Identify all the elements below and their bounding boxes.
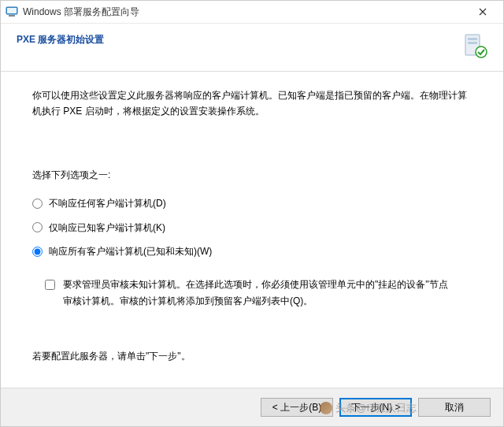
radio-all-clients[interactable] — [32, 247, 43, 257]
option-known-only[interactable]: 仅响应已知客户端计算机(K) — [32, 220, 472, 236]
admin-approval-row: 要求管理员审核未知计算机。在选择此选项时，你必须使用该管理单元中的"挂起的设备"… — [45, 277, 472, 309]
page-heading: PXE 服务器初始设置 — [17, 32, 459, 46]
app-icon — [6, 6, 18, 18]
titlebar: Windows 部署服务配置向导 — [1, 1, 503, 24]
admin-approval-checkbox[interactable] — [45, 280, 55, 290]
close-button[interactable] — [467, 1, 498, 23]
svg-point-6 — [476, 46, 487, 58]
option-no-response[interactable]: 不响应任何客户端计算机(D) — [32, 195, 472, 211]
svg-rect-5 — [468, 42, 477, 44]
cancel-button[interactable]: 取消 — [418, 398, 491, 417]
svg-rect-4 — [468, 38, 477, 40]
admin-approval-label: 要求管理员审核未知计算机。在选择此选项时，你必须使用该管理单元中的"挂起的设备"… — [63, 277, 457, 309]
radio-known-only[interactable] — [32, 222, 43, 232]
svg-rect-2 — [9, 15, 15, 17]
radio-no-response[interactable] — [32, 199, 43, 209]
option-all-clients[interactable]: 响应所有客户端计算机(已知和未知)(W) — [32, 243, 472, 259]
wizard-header: PXE 服务器初始设置 — [1, 24, 503, 72]
intro-text: 你可以使用这些设置定义此服务器将响应的客户端计算机。已知客户端是指已预留的客户端… — [32, 87, 472, 120]
wizard-footer: < 上一步(B) 下一步(N) > 取消 头条@IT狂人日志 — [1, 388, 503, 426]
server-icon — [459, 32, 487, 60]
next-button[interactable]: 下一步(N) > — [339, 398, 412, 417]
options-prompt: 选择下列选项之一: — [32, 167, 472, 183]
option-label: 仅响应已知客户端计算机(K) — [49, 220, 165, 236]
option-label: 不响应任何客户端计算机(D) — [49, 195, 166, 211]
svg-rect-1 — [7, 8, 17, 13]
window-title: Windows 部署服务配置向导 — [23, 6, 467, 19]
back-button[interactable]: < 上一步(B) — [261, 398, 333, 417]
wizard-body: 你可以使用这些设置定义此服务器将响应的客户端计算机。已知客户端是指已预留的客户端… — [1, 72, 503, 388]
wizard-window: Windows 部署服务配置向导 PXE 服务器初始设置 你可以使用这些设置定义… — [0, 0, 504, 427]
option-label: 响应所有客户端计算机(已知和未知)(W) — [49, 243, 212, 259]
instruction-text: 若要配置此服务器，请单击"下一步"。 — [32, 348, 472, 364]
